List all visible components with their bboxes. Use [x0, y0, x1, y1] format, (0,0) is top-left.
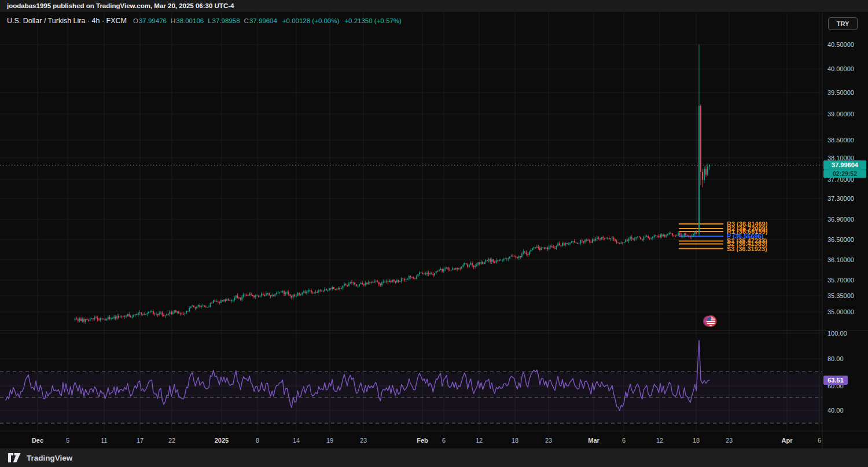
svg-text:23: 23: [545, 437, 552, 444]
svg-text:35.35000: 35.35000: [827, 292, 854, 299]
ohlc-value: 37.99476: [139, 17, 167, 24]
svg-text:5: 5: [66, 437, 69, 444]
svg-text:35.70000: 35.70000: [827, 277, 854, 284]
us-flag-event-icon[interactable]: [706, 316, 716, 326]
bar-change-value: +0.00128 (+0.00%): [282, 17, 339, 24]
svg-text:Feb: Feb: [417, 437, 428, 444]
svg-text:Mar: Mar: [588, 437, 599, 444]
ohlc-value: 37.99604: [249, 17, 277, 24]
period-change-value: +0.21350 (+0.57%): [344, 17, 401, 24]
svg-text:02:29:52: 02:29:52: [833, 170, 857, 177]
event-markers[interactable]: [704, 316, 716, 326]
svg-text:36.10000: 36.10000: [827, 256, 854, 263]
price-axis[interactable]: 40.5000040.0000039.5000039.0000038.50000…: [827, 41, 854, 414]
tradingview-logo-icon: [8, 453, 21, 463]
svg-text:Dec: Dec: [32, 437, 43, 444]
symbol-title[interactable]: U.S. Dollar / Turkish Lira · 4h · FXCM: [7, 17, 127, 25]
svg-text:100.00: 100.00: [827, 330, 847, 337]
svg-text:19: 19: [326, 437, 333, 444]
svg-text:17: 17: [137, 437, 144, 444]
candles-layer[interactable]: [75, 45, 710, 324]
rsi-value-badge: 63.51: [823, 376, 848, 385]
svg-text:40.00000: 40.00000: [827, 65, 854, 72]
svg-text:14: 14: [293, 437, 300, 444]
ohlc-values: O37.99476H38.00106L37.98958C37.99604: [129, 17, 277, 25]
svg-text:40.00: 40.00: [827, 407, 844, 414]
publish-text: joodabas1995 published on TradingView.co…: [7, 2, 234, 9]
svg-text:39.50000: 39.50000: [827, 89, 854, 96]
svg-text:23: 23: [360, 437, 367, 444]
svg-text:S3 (36.31923): S3 (36.31923): [727, 245, 767, 252]
svg-text:37.30000: 37.30000: [827, 195, 854, 202]
svg-text:18: 18: [693, 437, 700, 444]
svg-text:11: 11: [101, 437, 107, 444]
time-axis[interactable]: Dec511172220258141923Feb6121823Mar612182…: [32, 437, 821, 444]
ohlc-label: O: [133, 17, 138, 24]
ohlc-label: L: [208, 17, 211, 24]
symbol-legend: U.S. Dollar / Turkish Lira · 4h · FXCMO3…: [7, 17, 402, 25]
svg-text:38.50000: 38.50000: [827, 137, 854, 144]
axis-badges: 37.9960402:29:5263.51: [823, 160, 866, 385]
branding-text: TradingView: [27, 454, 72, 462]
svg-text:36.90000: 36.90000: [827, 216, 854, 223]
current-price-badge: 37.99604: [823, 160, 866, 170]
pivot-labels: R3 (36.81469)R2 (36.72009)R1 (36.66159)P…: [727, 220, 768, 252]
svg-text:23: 23: [726, 437, 733, 444]
branding-bar: TradingView: [0, 448, 868, 467]
svg-text:22: 22: [168, 437, 175, 444]
svg-text:38.10000: 38.10000: [827, 155, 854, 161]
svg-text:18: 18: [512, 437, 518, 444]
svg-text:63.51: 63.51: [827, 377, 844, 384]
svg-text:39.00000: 39.00000: [827, 111, 854, 117]
ohlc-label: C: [244, 17, 249, 24]
svg-text:40.50000: 40.50000: [827, 41, 854, 48]
svg-text:Apr: Apr: [782, 437, 793, 444]
publish-bar: joodabas1995 published on TradingView.co…: [0, 0, 868, 13]
svg-text:37.99604: 37.99604: [832, 161, 859, 168]
rsi-band: [0, 372, 822, 424]
svg-text:8: 8: [256, 437, 259, 444]
ohlc-label: H: [171, 17, 175, 24]
currency-toggle-button[interactable]: TRY: [828, 17, 858, 30]
ohlc-value: 38.00106: [176, 17, 204, 24]
svg-text:6: 6: [818, 437, 821, 444]
svg-text:35.00000: 35.00000: [827, 308, 854, 315]
svg-text:12: 12: [656, 437, 663, 444]
pivot-lines: [679, 224, 723, 249]
svg-text:36.50000: 36.50000: [827, 236, 854, 243]
bar-countdown-badge: 02:29:52: [823, 170, 866, 178]
svg-text:12: 12: [476, 437, 483, 444]
svg-text:6: 6: [442, 437, 446, 444]
svg-text:80.00: 80.00: [827, 355, 844, 362]
chart-area[interactable]: 40.5000040.0000039.5000039.0000038.50000…: [0, 13, 868, 448]
svg-text:6: 6: [622, 437, 626, 444]
svg-text:2025: 2025: [215, 437, 229, 444]
ohlc-value: 37.98958: [212, 17, 240, 24]
chart-canvas[interactable]: 40.5000040.0000039.5000039.0000038.50000…: [0, 13, 868, 448]
